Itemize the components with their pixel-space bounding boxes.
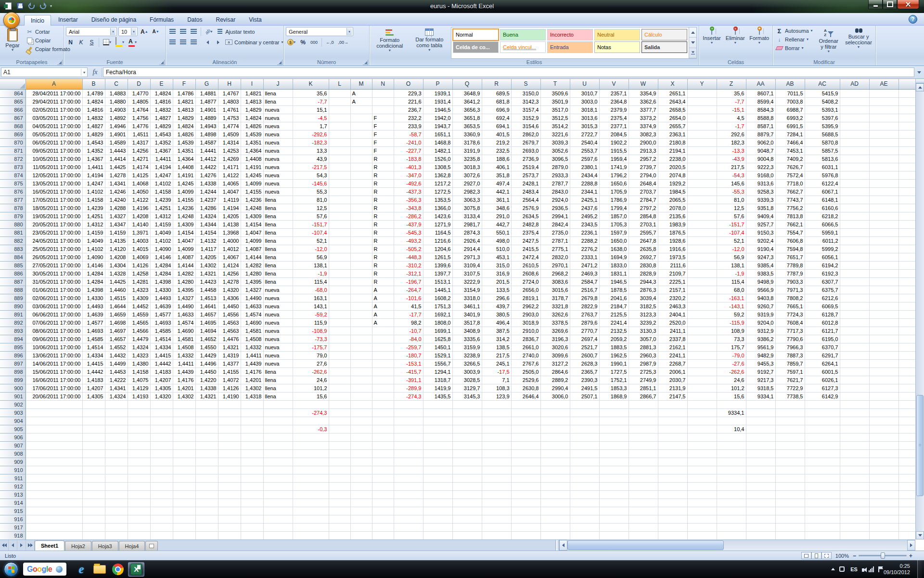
cell[interactable]: 2903,0 — [511, 310, 540, 318]
cell[interactable]: 188,6 — [482, 155, 511, 163]
row-header-878[interactable]: 878 — [0, 204, 26, 212]
row-header-889[interactable]: 889 — [0, 294, 26, 302]
cell[interactable]: 15,6 — [717, 392, 746, 400]
cell[interactable]: 1,4398 — [150, 277, 173, 286]
cell[interactable] — [687, 359, 717, 368]
cell[interactable]: 1,4207 — [82, 384, 105, 392]
cell[interactable]: nueva — [263, 122, 293, 130]
cell[interactable]: 1,4556 — [218, 310, 241, 318]
cell[interactable]: R — [372, 253, 394, 261]
cell[interactable]: 2469,3 — [570, 269, 599, 277]
cell[interactable] — [840, 269, 869, 277]
cell[interactable]: llena — [263, 384, 293, 392]
row-header-902[interactable]: 902 — [0, 400, 26, 408]
cell[interactable] — [511, 523, 540, 531]
cell[interactable] — [195, 482, 218, 490]
cell[interactable] — [746, 507, 775, 515]
cell[interactable]: 1,4690 — [241, 318, 263, 327]
cell[interactable] — [746, 474, 775, 482]
cell[interactable]: 1,4341 — [105, 384, 128, 392]
cell[interactable] — [350, 212, 372, 220]
cell[interactable]: 1,4460 — [105, 286, 128, 294]
cell[interactable] — [840, 220, 869, 228]
cell[interactable]: 2553,7 — [570, 146, 599, 155]
format-as-table-button[interactable]: Dar formato como tabla▾ — [410, 27, 449, 59]
cell[interactable] — [805, 507, 840, 515]
cell[interactable] — [869, 384, 898, 392]
cell[interactable]: 2994,1 — [540, 212, 570, 220]
cell[interactable] — [570, 474, 599, 482]
cell[interactable]: 1,4256 — [128, 146, 150, 155]
cell[interactable]: -196,7 — [394, 277, 423, 286]
cell[interactable]: 1,4049 — [82, 236, 105, 245]
cell[interactable]: 7662,7 — [775, 187, 805, 196]
cell[interactable] — [218, 458, 241, 466]
cell[interactable] — [423, 449, 452, 458]
cell[interactable] — [687, 220, 717, 228]
cell[interactable] — [350, 187, 372, 196]
cell[interactable] — [599, 466, 629, 474]
cell[interactable] — [372, 392, 394, 400]
cell[interactable] — [898, 523, 915, 531]
column-header-R[interactable]: R — [482, 79, 511, 89]
cell[interactable] — [869, 122, 898, 130]
cell[interactable]: 1,4513 — [195, 294, 218, 302]
cell[interactable]: 1,4302 — [195, 261, 218, 269]
cell[interactable] — [394, 490, 423, 499]
cell[interactable] — [898, 449, 915, 458]
cell[interactable]: 06/05/2011 17:00:00 — [26, 138, 82, 146]
cell[interactable]: 3063,3 — [452, 196, 482, 204]
cell[interactable]: 6026,1 — [805, 376, 840, 384]
cell[interactable] — [540, 449, 570, 458]
row-header-895[interactable]: 895 — [0, 343, 26, 351]
align-left-button[interactable] — [168, 38, 177, 47]
cell[interactable] — [840, 474, 869, 482]
cell[interactable]: -7,7 — [717, 97, 746, 105]
cell[interactable] — [423, 474, 452, 482]
cell[interactable]: R — [372, 236, 394, 245]
cell[interactable]: 1,4756 — [128, 114, 150, 122]
cell[interactable]: 19/05/2011 17:00:00 — [26, 212, 82, 220]
cell[interactable]: 79,0 — [293, 351, 329, 359]
cell[interactable] — [82, 441, 105, 449]
format-cells-button[interactable]: ✦ Formato▾ — [748, 27, 770, 59]
cell[interactable]: 7971,3 — [775, 286, 805, 294]
cell[interactable] — [687, 236, 717, 245]
cell[interactable] — [840, 245, 869, 253]
cell[interactable]: 1,4805 — [128, 97, 150, 105]
cell[interactable]: -182,3 — [293, 138, 329, 146]
cell[interactable]: 1,4305 — [150, 384, 173, 392]
cell[interactable] — [511, 499, 540, 507]
cell[interactable]: 2655,7 — [658, 122, 687, 130]
cell[interactable]: 3039,3 — [540, 138, 570, 146]
cell[interactable] — [658, 458, 687, 466]
cell[interactable] — [840, 335, 869, 343]
cell[interactable]: 3028,5 — [452, 376, 482, 384]
zoom-slider[interactable]: − + — [853, 552, 912, 559]
cell[interactable]: 2006,1 — [658, 368, 687, 376]
cell[interactable] — [658, 417, 687, 425]
cell[interactable]: 1,4126 — [218, 384, 241, 392]
cell[interactable] — [293, 531, 329, 539]
cell[interactable] — [775, 449, 805, 458]
cell[interactable] — [195, 425, 218, 433]
cell[interactable]: 9566,9 — [746, 286, 775, 294]
cell[interactable]: 1694,9 — [599, 253, 629, 261]
cell[interactable]: 1,4318 — [241, 392, 263, 400]
cell[interactable]: 1,4282 — [241, 261, 263, 269]
cell[interactable] — [263, 499, 293, 507]
cell[interactable] — [329, 155, 350, 163]
cell[interactable]: 3015,3 — [570, 122, 599, 130]
cell[interactable] — [570, 449, 599, 458]
cell[interactable]: 73,3 — [717, 335, 746, 343]
cell[interactable]: 1,4693 — [150, 318, 173, 327]
cell-style-c-lculo[interactable]: Cálculo — [642, 29, 687, 40]
cell[interactable]: 2879,6 — [570, 318, 599, 327]
row-header-871[interactable]: 871 — [0, 146, 26, 155]
horizontal-scroll-thumb[interactable] — [567, 540, 724, 550]
undo-button[interactable] — [27, 1, 36, 10]
cell[interactable]: llena — [263, 212, 293, 220]
cell[interactable] — [241, 490, 263, 499]
row-header-904[interactable]: 904 — [0, 417, 26, 425]
cell[interactable] — [482, 531, 511, 539]
